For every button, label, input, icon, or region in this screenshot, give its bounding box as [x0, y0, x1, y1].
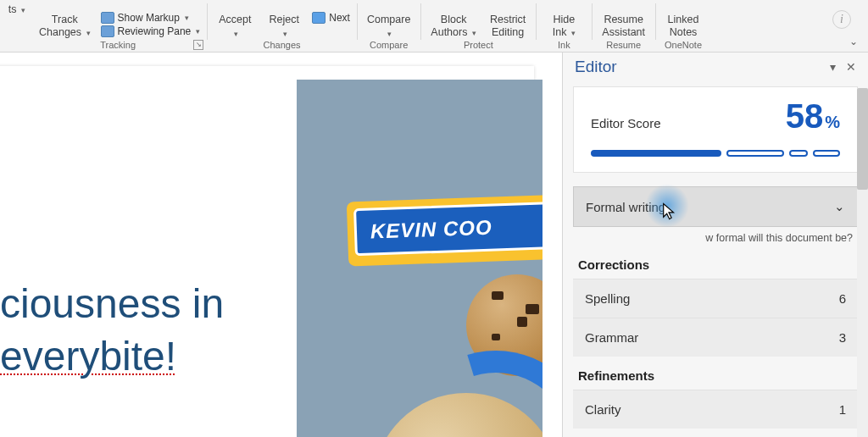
- editor-scrollbar-thumb[interactable]: [857, 88, 868, 190]
- block-authors-l2: Authors ▾: [431, 26, 476, 38]
- editor-score-percent: %: [825, 113, 840, 132]
- restrict-editing-l1: Restrict: [490, 14, 526, 25]
- track-changes-button[interactable]: Track Changes ▾: [36, 12, 94, 38]
- spelling-row[interactable]: Spelling 6: [573, 279, 858, 318]
- editor-pane: Editor ▾ ✕ Editor Score 58% Formal writi…: [562, 53, 868, 437]
- resume-l1: Resume: [604, 14, 643, 25]
- ribbon-partial-button[interactable]: ts ▾: [0, 0, 29, 52]
- grammar-label: Grammar: [585, 330, 638, 345]
- next-change-button[interactable]: Next: [312, 12, 350, 24]
- hide-ink-l1: Hide: [553, 14, 575, 25]
- writing-style-tooltip: w formal will this document be?: [563, 227, 868, 246]
- ribbon-caption-protect: Protect: [464, 40, 493, 50]
- refinements-heading: Refinements: [563, 357, 868, 390]
- block-authors-l1: Block: [441, 14, 467, 25]
- next-icon: [312, 12, 326, 24]
- document-area[interactable]: KEVIN COO ciousness in everybite!: [0, 53, 562, 437]
- ribbon-caption-ink: Ink: [558, 40, 570, 50]
- linked-notes-button[interactable]: Linked Notes: [662, 12, 704, 38]
- reviewing-pane-button[interactable]: Reviewing Pane ▾: [101, 25, 201, 37]
- editor-score-value: 58: [786, 99, 824, 133]
- ribbon-group-resume: Resume Assistant Resume: [592, 0, 655, 52]
- document-hero-image: KEVIN COO: [297, 80, 542, 437]
- compare-label: Compare: [367, 14, 410, 25]
- ribbon-caption-compare: Compare: [370, 40, 408, 50]
- reject-button[interactable]: Reject ▾: [263, 12, 305, 38]
- show-markup-label: Show Markup: [118, 12, 180, 24]
- track-changes-line1: Track: [52, 14, 78, 25]
- reviewing-pane-icon: [101, 25, 114, 37]
- collapse-ribbon-icon[interactable]: ⌄: [849, 36, 858, 47]
- ribbon-caption-resume: Resume: [606, 40, 641, 50]
- hide-ink-l2: Ink ▾: [553, 26, 576, 38]
- brand-badge: KEVIN COO: [347, 194, 542, 266]
- block-authors-button[interactable]: Block Authors ▾: [427, 12, 480, 38]
- ribbon-group-tracking: Track Changes ▾ Show Markup ▾ Reviewing …: [29, 0, 207, 52]
- show-markup-button[interactable]: Show Markup ▾: [101, 12, 201, 24]
- writing-style-dropdown[interactable]: Formal writing ⌄: [573, 186, 858, 227]
- grammar-count: 3: [839, 330, 846, 345]
- tracking-dialog-launcher[interactable]: ↘: [193, 40, 203, 50]
- editor-scrollbar[interactable]: [857, 88, 868, 437]
- help-info-icon[interactable]: i: [832, 10, 851, 29]
- editor-score-bar: [591, 150, 840, 157]
- editor-score-label: Editor Score: [591, 116, 786, 130]
- corrections-heading: Corrections: [563, 246, 868, 279]
- ribbon-caption-onenote: OneNote: [665, 40, 702, 50]
- workspace: KEVIN COO ciousness in everybite! Edi: [0, 53, 868, 437]
- spelling-label: Spelling: [585, 291, 630, 306]
- ribbon-group-compare: Compare ▾ Compare: [357, 0, 420, 52]
- ribbon-group-onenote: Linked Notes OneNote: [655, 0, 711, 52]
- clarity-count: 1: [839, 402, 846, 417]
- reject-label: Reject: [270, 14, 299, 25]
- ribbon-group-protect: Block Authors ▾ Restrict Editing Protect: [420, 0, 536, 52]
- accept-button[interactable]: Accept ▾: [214, 12, 256, 38]
- document-heading[interactable]: ciousness in everybite!: [0, 278, 224, 384]
- pane-dropdown-icon[interactable]: ▾: [825, 60, 841, 74]
- document-page: KEVIN COO ciousness in everybite!: [0, 66, 534, 437]
- ribbon: ts ▾ Track Changes ▾ Show Markup ▾ Revie…: [0, 0, 868, 53]
- clarity-row[interactable]: Clarity 1: [573, 390, 858, 429]
- ribbon-caption-tracking: Tracking: [100, 40, 136, 50]
- resume-l2: Assistant: [602, 26, 645, 38]
- editor-pane-header: Editor ▾ ✕: [563, 53, 868, 81]
- ribbon-caption-changes: Changes: [264, 40, 301, 50]
- restrict-editing-button[interactable]: Restrict Editing: [487, 12, 529, 38]
- track-changes-line2: Changes ▾: [39, 26, 91, 38]
- doc-heading-line1: ciousness in: [0, 281, 224, 326]
- brand-badge-text: KEVIN COO: [370, 216, 493, 244]
- reviewing-pane-label: Reviewing Pane: [118, 25, 192, 37]
- ribbon-group-ink: Hide Ink ▾ Ink: [536, 0, 592, 52]
- hide-ink-button[interactable]: Hide Ink ▾: [542, 12, 585, 38]
- accept-label: Accept: [219, 14, 251, 25]
- restrict-editing-l2: Editing: [492, 26, 524, 38]
- pane-close-icon[interactable]: ✕: [841, 60, 861, 74]
- clarity-label: Clarity: [585, 402, 621, 417]
- ribbon-group-changes: Accept ▾ Reject ▾ Next Changes: [207, 0, 357, 52]
- show-markup-icon: [101, 12, 114, 24]
- spelling-count: 6: [839, 291, 846, 306]
- grammar-row[interactable]: Grammar 3: [573, 318, 858, 357]
- linked-notes-l1: Linked: [668, 14, 699, 25]
- linked-notes-l2: Notes: [670, 26, 698, 38]
- editor-pane-title: Editor: [575, 58, 617, 76]
- resume-assistant-button[interactable]: Resume Assistant: [598, 12, 648, 38]
- next-label: Next: [329, 12, 350, 24]
- doc-heading-line2: everybite!: [0, 334, 176, 379]
- chevron-down-icon: ⌄: [834, 199, 845, 214]
- writing-style-label: Formal writing: [586, 200, 665, 214]
- ribbon-partial-line2: ts ▾: [8, 3, 25, 15]
- editor-score-card[interactable]: Editor Score 58%: [573, 86, 858, 173]
- compare-button[interactable]: Compare ▾: [364, 12, 414, 38]
